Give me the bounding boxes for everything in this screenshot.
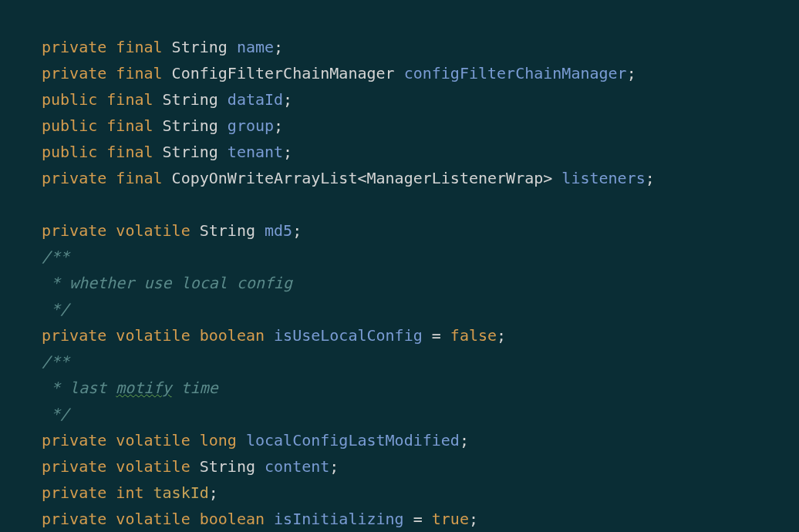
- keyword-modifier: final: [116, 38, 162, 56]
- type: long: [200, 431, 237, 450]
- semicolon: ;: [283, 90, 292, 109]
- code-line: public final String group;: [42, 113, 799, 139]
- javadoc-open: /**: [42, 352, 69, 371]
- semicolon: ;: [274, 116, 283, 135]
- keyword-access: private: [42, 169, 106, 187]
- type: String: [172, 38, 228, 56]
- type-generic-pre: CopyOnWriteArrayList<: [172, 169, 367, 187]
- javadoc-body: * whether use local config: [42, 274, 292, 292]
- keyword-modifier: volatile: [116, 457, 190, 476]
- keyword-modifier: volatile: [116, 326, 190, 345]
- semicolon: ;: [469, 510, 478, 528]
- keyword-access: public: [42, 116, 97, 135]
- field-name: tenant: [228, 143, 283, 161]
- keyword-modifier: final: [106, 116, 153, 135]
- keyword-modifier: volatile: [116, 431, 190, 450]
- keyword-modifier: volatile: [116, 510, 190, 528]
- keyword-access: private: [42, 431, 106, 450]
- keyword-access: private: [42, 64, 106, 82]
- type: String: [163, 116, 218, 135]
- comment-line: * last motify time: [42, 375, 799, 401]
- javadoc-body-pre: * last: [42, 379, 116, 397]
- javadoc-close: */: [42, 300, 69, 318]
- type: String: [163, 90, 218, 109]
- assign-op: =: [404, 510, 432, 528]
- type: ConfigFilterChainManager: [172, 64, 395, 82]
- code-line: private int taskId;: [42, 480, 799, 506]
- field-name: name: [237, 38, 274, 56]
- javadoc-open: /**: [42, 247, 69, 266]
- field-name: taskId: [153, 483, 209, 502]
- blank-line: [42, 191, 799, 217]
- semicolon: ;: [627, 64, 636, 82]
- code-line: private volatile String content;: [42, 453, 799, 480]
- type: boolean: [200, 510, 265, 528]
- code-line: private volatile boolean isUseLocalConfi…: [42, 322, 799, 348]
- keyword-modifier: final: [106, 90, 153, 109]
- field-name: isInitializing: [274, 510, 404, 528]
- keyword-modifier: volatile: [116, 221, 190, 240]
- field-name: listeners: [561, 169, 645, 187]
- type-generic-post: >: [543, 169, 552, 187]
- type: String: [163, 143, 218, 161]
- keyword-access: private: [42, 38, 106, 56]
- code-line: private final CopyOnWriteArrayList<Manag…: [42, 165, 799, 191]
- javadoc-body-post: time: [172, 379, 218, 397]
- comment-line: */: [42, 401, 799, 427]
- semicolon: ;: [460, 431, 469, 450]
- semicolon: ;: [646, 169, 655, 187]
- semicolon: ;: [274, 38, 283, 56]
- keyword-modifier: final: [116, 64, 162, 82]
- code-line: private final ConfigFilterChainManager c…: [42, 60, 799, 86]
- field-name: group: [228, 116, 274, 135]
- code-line: private volatile boolean isInitializing …: [42, 506, 799, 532]
- field-name: dataId: [228, 90, 283, 109]
- type-param: ManagerListenerWrap: [366, 169, 543, 187]
- field-name: isUseLocalConfig: [274, 326, 423, 345]
- comment-line: /**: [42, 244, 799, 270]
- semicolon: ;: [283, 143, 292, 161]
- comment-line: * whether use local config: [42, 270, 799, 296]
- keyword-access: private: [42, 457, 106, 476]
- keyword-access: private: [42, 221, 106, 240]
- assign-op: =: [423, 326, 450, 345]
- keyword-modifier: final: [116, 169, 162, 187]
- semicolon: ;: [497, 326, 506, 345]
- semicolon: ;: [292, 221, 302, 240]
- comment-line: */: [42, 296, 799, 322]
- field-name: localConfigLastModified: [246, 431, 460, 450]
- code-line: private volatile String md5;: [42, 217, 799, 244]
- keyword-access: private: [42, 483, 106, 502]
- field-name: content: [265, 457, 329, 476]
- type: int: [116, 483, 143, 502]
- type: boolean: [200, 326, 265, 345]
- code-line: private volatile long localConfigLastMod…: [42, 427, 799, 453]
- semicolon: ;: [209, 483, 218, 502]
- code-line: private final String name;: [42, 34, 799, 60]
- field-name: configFilterChainManager: [404, 64, 627, 82]
- semicolon: ;: [329, 457, 339, 476]
- type: String: [200, 457, 255, 476]
- keyword-access: public: [42, 90, 97, 109]
- keyword-modifier: final: [106, 143, 153, 161]
- javadoc-close: */: [42, 405, 69, 423]
- typo-warning: motify: [116, 379, 171, 397]
- keyword-access: private: [42, 510, 106, 528]
- keyword-access: private: [42, 326, 106, 345]
- type: String: [200, 221, 255, 240]
- keyword-access: public: [42, 143, 97, 161]
- boolean-literal: true: [432, 510, 469, 528]
- field-name: md5: [265, 221, 292, 240]
- comment-line: /**: [42, 348, 799, 375]
- code-line: public final String dataId;: [42, 86, 799, 113]
- boolean-literal: false: [450, 326, 497, 345]
- code-line: public final String tenant;: [42, 139, 799, 165]
- code-editor[interactable]: private final String name; private final…: [0, 0, 799, 532]
